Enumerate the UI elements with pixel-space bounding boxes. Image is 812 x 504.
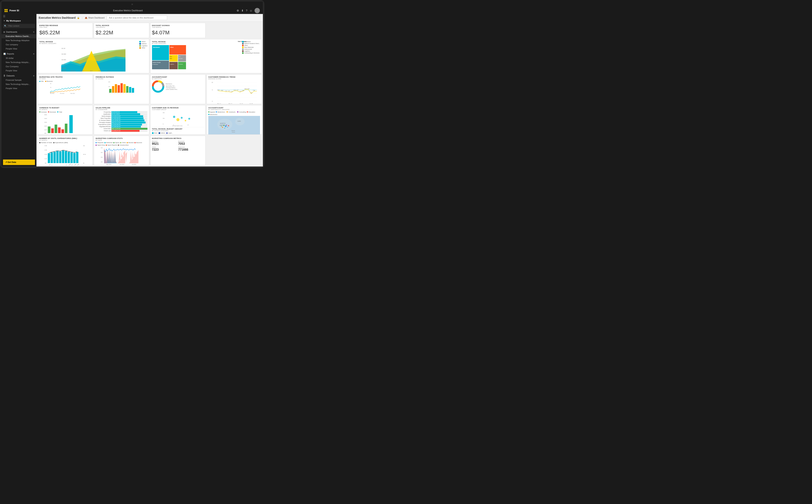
svg-rect-47 (132, 88, 134, 93)
map-legend: Apparel Biotechnol... Constructi... Cons… (208, 111, 260, 115)
svg-text:Indirect Goods: Indirect Goods (153, 62, 161, 63)
total-invoice-budget-title: Total Invoice, Budget Amount (152, 128, 204, 130)
tile-discount-savings: Discount Savings THIS MONTH $4.07M (150, 23, 205, 38)
metric-clicks: Clicks 7223 (152, 146, 177, 151)
metric-delivered-label: Delivered (178, 146, 204, 148)
traffic-chart-svg: 2k 1k 0k Jan 2015 Feb 2015 Mar 2015 (39, 82, 91, 94)
metric-blocked: Blocked 9521 (152, 140, 177, 146)
customer-size-section: Customer Size vs Revenue CUSTOMER GROUP … (152, 107, 204, 126)
app-name: Power BI (9, 9, 19, 12)
svg-text:$1k: $1k (83, 145, 85, 146)
svg-point-147 (221, 126, 222, 127)
feedback-title: Feedback Ratings (96, 76, 147, 78)
add-dashboard-btn[interactable]: + (33, 30, 35, 33)
sidebar-hamburger[interactable]: ☰ (2, 14, 36, 18)
budget-legend-direct: Direct (154, 132, 157, 134)
svg-point-113 (173, 116, 175, 118)
svg-rect-40 (112, 86, 114, 93)
svg-text:100: 100 (108, 86, 110, 87)
sidebar-item-30dollar[interactable]: 30 dollar (2, 56, 36, 60)
user-avatar[interactable] (254, 8, 260, 13)
sidebar-item-our-company-report[interactable]: Our Company (2, 64, 36, 69)
sales-pipeline-title: Sales Pipeline (96, 107, 147, 109)
customer-size-svg: $2k $1k $ 5 10 average length of stay (152, 111, 204, 126)
campaign-stats-title: Marketing Campaign Stats (96, 137, 147, 139)
lock-icon: 🔒 (77, 17, 80, 19)
sidebar-item-new-tech-dash[interactable]: New Technology Adoption (2, 38, 36, 42)
svg-rect-169 (73, 153, 76, 163)
svg-text:7.43: 7.43 (233, 89, 236, 91)
sidebar-item-new-tech-dataset[interactable]: New Technology Adoptio... (2, 82, 36, 86)
sidebar-item-new-tech-report[interactable]: New Technology Adoptio... (2, 60, 36, 64)
svg-rect-45 (126, 86, 128, 93)
pipeline-row-negotiation: Negotiation/Review $12,669,500.00 (96, 126, 147, 128)
dashboard-icon: ⊞ (3, 31, 5, 33)
grid-icon[interactable] (5, 9, 8, 12)
area-chart-svg: January February March April May June $0… (39, 45, 147, 72)
sidebar-item-executive[interactable]: Executive Metrics Dashb... (2, 34, 36, 38)
map-svg: NORTH AMERICA EURO (208, 116, 260, 135)
metrics-grid: Blocked 9521 Bounced 7053 Clicks 7223 (152, 140, 204, 151)
svg-text:10K: 10K (101, 161, 103, 163)
svg-point-146 (224, 128, 225, 129)
get-data-button[interactable]: ↗ Get Data (3, 160, 35, 165)
qa-input[interactable] (107, 15, 167, 20)
svg-marker-192 (118, 150, 127, 163)
svg-rect-99 (58, 127, 61, 133)
svg-text:10: 10 (211, 82, 213, 83)
visits-legend: Number of Visits Expenditures ($Mil) (39, 142, 91, 143)
workspace-header[interactable]: ▼ My Workspace (2, 18, 36, 23)
svg-text:June: June (58, 165, 61, 165)
help-icon[interactable]: ? (246, 9, 247, 12)
campaign-stats-legend: Requests Delivered Opens Clicks Blocked … (96, 142, 147, 146)
download-icon[interactable]: ⬇ (241, 9, 244, 12)
svg-rect-168 (70, 152, 73, 163)
svg-text:$0.02M: $0.02M (62, 68, 66, 69)
feedback-subtitle: BY SCORE (96, 78, 147, 80)
campaign-metrics-title: Marketing Campaign Metrics (152, 137, 204, 139)
svg-rect-163 (56, 151, 59, 163)
metric-blocked-label: Blocked (152, 140, 177, 142)
settings-icon[interactable]: ⚙ (237, 9, 239, 12)
svg-text:7.43: 7.43 (227, 90, 230, 92)
share-dashboard-button[interactable]: 📤 Share Dashboard (85, 17, 104, 19)
map-container: NORTH AMERICA EURO (208, 116, 260, 135)
svg-text:$0.5k: $0.5k (83, 154, 86, 155)
filter-input[interactable] (7, 24, 34, 28)
marketing-traffic-title: Marketing Site Traffic (39, 76, 91, 78)
customer-feedback-title: Customer Feedback Trend (208, 76, 260, 78)
sidebar-item-people-view-dash[interactable]: People View (2, 47, 36, 51)
add-report-btn[interactable]: + (33, 52, 35, 55)
dashboards-label[interactable]: Dashboards (6, 31, 17, 33)
svg-text:average length of stay: average length of stay (172, 125, 182, 126)
bar-wrap: $8,629,620.00 (111, 111, 147, 113)
svg-text:9.00: 9.00 (244, 88, 247, 89)
svg-text:November: November (72, 163, 77, 165)
feedback-icon[interactable]: ☺ (250, 9, 252, 12)
svg-text:$1k: $1k (163, 118, 165, 119)
reports-icon: 📊 (3, 53, 6, 55)
datasets-label[interactable]: Datasets (6, 75, 15, 77)
sidebar-item-people-view-dataset[interactable]: People View (2, 86, 36, 90)
svg-text:$2k: $2k (163, 112, 165, 113)
svg-point-148 (227, 127, 228, 128)
add-dataset-btn[interactable]: + (33, 74, 35, 77)
donut-svg (152, 80, 164, 93)
svg-text:July: July (61, 165, 63, 165)
area-chart-legend: Direct Indirect Logistics Other (139, 41, 147, 49)
sidebar-item-people-view-report[interactable]: People View (2, 69, 36, 73)
reports-label[interactable]: Reports (7, 53, 14, 55)
svg-text:$0.06M: $0.06M (62, 59, 66, 60)
svg-text:Atlantic: Atlantic (231, 130, 235, 131)
sidebar-item-financial[interactable]: Financial Sample (2, 78, 36, 82)
svg-rect-44 (123, 84, 126, 93)
svg-text:Other: Other (170, 47, 174, 48)
discount-savings-subtitle: THIS MONTH (152, 26, 204, 28)
svg-text:7.16: 7.16 (230, 91, 233, 92)
metric-bounced-label: Bounced (178, 140, 204, 142)
svg-text:7.16: 7.16 (239, 91, 241, 92)
tile-campaign-metrics: Marketing Campaign Metrics Blocked 9521 … (150, 136, 205, 165)
sidebar-item-our-company-dash[interactable]: Our company (2, 42, 36, 47)
svg-text:7.50: 7.50 (253, 90, 255, 91)
svg-text:4: 4 (120, 92, 121, 93)
